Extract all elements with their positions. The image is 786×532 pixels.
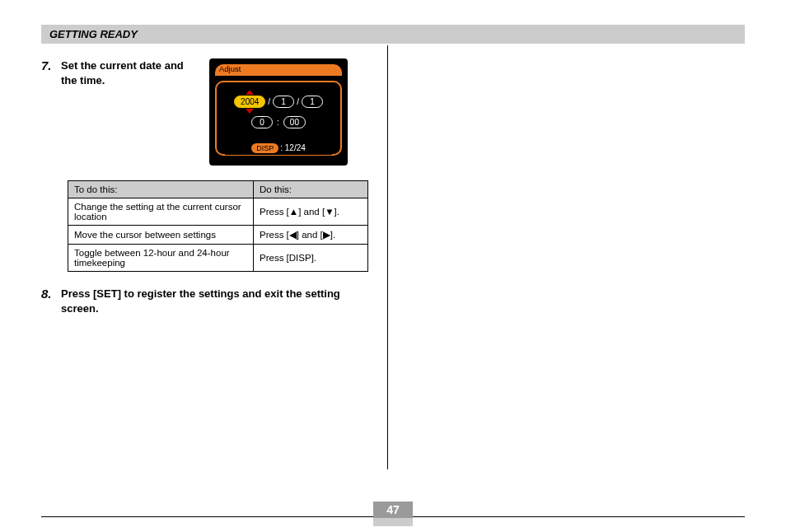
table-row: Change the setting at the current cursor… — [68, 198, 368, 226]
table-header-right: Do this: — [254, 181, 368, 198]
lcd-time-row: 0 : 00 — [215, 116, 342, 128]
colon-icon: : — [275, 118, 281, 127]
lcd-month-pill: 1 — [273, 96, 294, 108]
step-number: 8. — [41, 287, 56, 301]
lcd-hour-pill: 0 — [251, 116, 273, 128]
table-cell: Toggle between 12-hour and 24-hour timek… — [68, 245, 254, 272]
table-cell: Change the setting at the current cursor… — [68, 198, 254, 226]
page-number: 47 — [373, 502, 413, 518]
table-cell: Press [DISP]. — [254, 245, 368, 272]
table-row: Move the cursor between settings Press [… — [68, 226, 368, 245]
instruction-table: To do this: Do this: Change the setting … — [68, 180, 368, 272]
lcd-disp-bar: DISP: 12/24 — [225, 143, 332, 155]
lcd-date-row: 2004 / 1 / 1 — [215, 96, 342, 108]
step-number: 7. — [41, 58, 56, 72]
slash-icon: / — [297, 97, 299, 106]
disp-value: : 12/24 — [280, 143, 306, 152]
table-cell: Press [▲] and [▼]. — [254, 198, 368, 226]
step-text: Set the current date and the time. — [61, 58, 193, 87]
table-cell: Move the cursor between settings — [68, 226, 254, 245]
lcd-title: Adjust — [219, 64, 241, 73]
step-text: Press [SET] to register the settings and… — [61, 287, 375, 315]
camera-lcd-illustration: Adjust DISP: 12/24 2004 / 1 / 1 0 — [209, 58, 348, 166]
table-header-left: To do this: — [68, 181, 254, 198]
lcd-day-pill: 1 — [302, 96, 323, 108]
section-header: GETTING READY — [41, 25, 745, 44]
page-number-box: 47 — [373, 502, 413, 526]
table-row: Toggle between 12-hour and 24-hour timek… — [68, 245, 368, 272]
disp-label-pill: DISP — [251, 143, 278, 153]
table-cell: Press [◀] and [▶]. — [254, 226, 368, 245]
lcd-year-pill: 2004 — [234, 96, 265, 108]
slash-icon: / — [268, 97, 270, 106]
page-number-shadow — [373, 518, 413, 526]
page-footer: 47 — [41, 516, 745, 517]
step-7: 7. Set the current date and the time. — [41, 58, 193, 87]
step-8: 8. Press [SET] to register the settings … — [41, 287, 375, 315]
lcd-minute-pill: 00 — [283, 116, 306, 128]
